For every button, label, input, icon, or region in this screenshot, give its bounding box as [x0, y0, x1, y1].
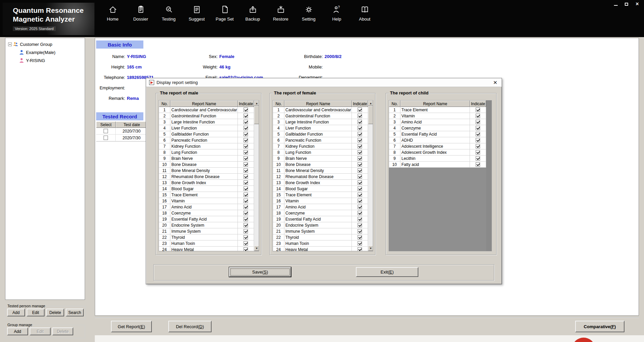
report-row[interactable]: 20 Endocrine System [273, 222, 368, 228]
report-row[interactable]: 24 Heavy Metal [159, 247, 254, 251]
column-header-test-date[interactable]: Test date [116, 121, 148, 128]
report-row[interactable]: 13 Bone Growth Index [273, 180, 368, 186]
scroll-up-icon[interactable]: ▲ [254, 101, 259, 106]
indicate-checkbox[interactable] [244, 247, 248, 251]
report-row[interactable]: 2 Gastrointestinal Function [159, 113, 254, 119]
column-header-select[interactable]: Select [96, 121, 116, 128]
indicate-checkbox[interactable] [358, 229, 362, 233]
report-row[interactable]: 9 Brain Nerve [273, 155, 368, 162]
toolbar-item-help[interactable]: ? Help [327, 5, 346, 22]
indicate-checkbox[interactable] [358, 211, 362, 215]
report-row[interactable]: 22 Thyroid [273, 234, 368, 240]
indicate-checkbox[interactable] [358, 199, 362, 203]
column-header-report-name[interactable]: Report Name [284, 101, 352, 107]
indicate-checkbox[interactable] [244, 120, 248, 124]
comparative-button[interactable]: Comparative(F) [575, 321, 624, 332]
indicate-checkbox[interactable] [244, 193, 248, 197]
toolbar-item-setting[interactable]: Setting [299, 5, 318, 22]
indicate-checkbox[interactable] [244, 199, 248, 203]
column-header-report-name[interactable]: Report Name [170, 101, 238, 107]
indicate-checkbox[interactable] [476, 144, 480, 148]
column-header-indicate[interactable]: Indicate [238, 101, 254, 107]
report-row[interactable]: 2 Gastrointestinal Function [273, 113, 368, 119]
tree-root-customer-group[interactable]: Customer Group [6, 40, 84, 48]
report-row[interactable]: 1 Trace Element [389, 107, 486, 113]
indicate-checkbox[interactable] [244, 180, 248, 185]
report-row[interactable]: 17 Amino Acid [273, 204, 368, 210]
report-row[interactable]: 16 Vitamin [159, 198, 254, 204]
report-row[interactable]: 22 Thyroid [159, 234, 254, 240]
report-row[interactable]: 18 Coenzyme [159, 210, 254, 216]
indicate-checkbox[interactable] [244, 241, 248, 246]
indicate-checkbox[interactable] [476, 114, 480, 118]
person-manage-button[interactable]: Add [7, 309, 25, 316]
indicate-checkbox[interactable] [244, 205, 248, 209]
toolbar-item-backup[interactable]: Backup [243, 5, 262, 22]
report-row[interactable]: 3 Large Intestine Function [273, 119, 368, 125]
minimize-button[interactable] [611, 1, 620, 7]
report-row[interactable]: 4 Coenzyme [389, 125, 486, 131]
tree-item-example-male[interactable]: Example(Male) [19, 48, 84, 56]
group-manage-button[interactable]: Delete [52, 327, 73, 335]
scroll-up-icon[interactable]: ▲ [368, 101, 373, 106]
toolbar-item-home[interactable]: Home [103, 5, 122, 22]
person-manage-button[interactable]: Delete [46, 309, 64, 316]
report-row[interactable]: 19 Essential Fatty Acid [159, 216, 254, 222]
indicate-checkbox[interactable] [244, 174, 248, 179]
indicate-checkbox[interactable] [476, 126, 480, 130]
report-row[interactable]: 6 Pancreatic Function [273, 137, 368, 143]
report-row[interactable]: 5 Gallbladder Function [159, 131, 254, 137]
exit-button[interactable]: Exit(E) [356, 267, 418, 277]
report-row[interactable]: 7 Adolescent Intelligence [389, 143, 486, 149]
indicate-checkbox[interactable] [476, 150, 480, 154]
report-row[interactable]: 12 Rheumatoid Bone Disease [159, 174, 254, 180]
report-row[interactable]: 12 Rheumatoid Bone Disease [273, 174, 368, 180]
dialog-close-button[interactable]: ✕ [492, 80, 499, 85]
indicate-checkbox[interactable] [476, 108, 480, 112]
report-row[interactable]: 24 Heavy Metal [273, 247, 368, 251]
maximize-button[interactable] [622, 1, 631, 7]
report-row[interactable]: 1 Cardiovascular and Cerebrovascular [273, 107, 368, 113]
report-row[interactable]: 2 Vitamin [389, 113, 486, 119]
report-row[interactable]: 4 Liver Function [159, 125, 254, 131]
column-header-no[interactable]: No. [159, 101, 170, 107]
report-row[interactable]: 5 Essential Fatty Acid [389, 131, 486, 137]
indicate-checkbox[interactable] [244, 223, 248, 227]
record-select-checkbox[interactable] [104, 129, 108, 133]
report-row[interactable]: 13 Bone Growth Index [159, 180, 254, 186]
report-row[interactable]: 8 Adolescent Growth Index [389, 149, 486, 155]
indicate-checkbox[interactable] [358, 247, 362, 251]
report-row[interactable]: 6 ADHD [389, 137, 486, 143]
report-row[interactable]: 16 Vitamin [273, 198, 368, 204]
report-row[interactable]: 9 Brain Nerve [159, 155, 254, 162]
indicate-checkbox[interactable] [358, 168, 362, 173]
indicate-checkbox[interactable] [358, 162, 362, 167]
report-row[interactable]: 14 Blood Sugar [273, 186, 368, 192]
tested-record-row[interactable]: 2020/7/30 [96, 128, 148, 135]
indicate-checkbox[interactable] [476, 156, 480, 161]
get-report-button[interactable]: Get Report(E) [111, 321, 152, 332]
report-row[interactable]: 20 Endocrine System [159, 222, 254, 228]
column-header-indicate[interactable]: Indicate [470, 101, 486, 107]
person-manage-button[interactable]: Edit [27, 309, 45, 316]
indicate-checkbox[interactable] [476, 162, 480, 167]
indicate-checkbox[interactable] [358, 138, 362, 142]
report-row[interactable]: 4 Liver Function [273, 125, 368, 131]
column-header-report-name[interactable]: Report Name [400, 101, 470, 107]
indicate-checkbox[interactable] [244, 156, 248, 161]
indicate-checkbox[interactable] [476, 138, 480, 142]
indicate-checkbox[interactable] [358, 108, 362, 112]
scrollbar-track[interactable] [368, 124, 373, 246]
indicate-checkbox[interactable] [244, 168, 248, 173]
indicate-checkbox[interactable] [244, 162, 248, 167]
report-row[interactable]: 8 Lung Function [159, 149, 254, 155]
indicate-checkbox[interactable] [476, 120, 480, 124]
dialog-titlebar[interactable]: Display report setting ✕ [146, 78, 502, 87]
report-row[interactable]: 17 Amino Acid [159, 204, 254, 210]
indicate-checkbox[interactable] [358, 217, 362, 221]
indicate-checkbox[interactable] [476, 132, 480, 136]
indicate-checkbox[interactable] [244, 114, 248, 118]
indicate-checkbox[interactable] [358, 193, 362, 197]
person-manage-button[interactable]: Search [66, 309, 84, 316]
scroll-down-icon[interactable]: ▼ [254, 246, 259, 251]
